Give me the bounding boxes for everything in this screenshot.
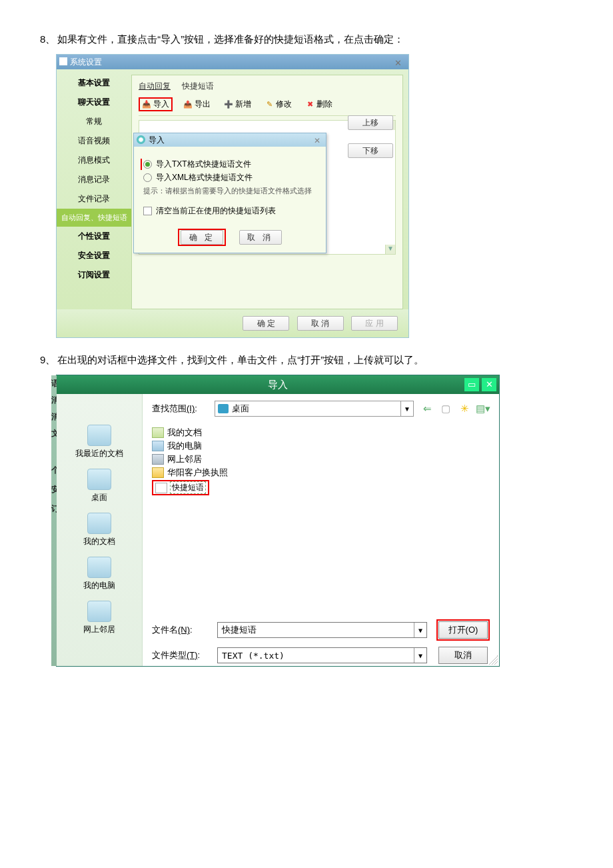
step8-number: 8、 [40, 33, 55, 46]
edit-icon: ✎ [265, 100, 274, 109]
sidebar-item-subscribe[interactable]: 订阅设置 [57, 265, 131, 285]
settings-sidebar: 基本设置 聊天设置 常规 语音视频 消息模式 消息记录 文件记录 自动回复、快捷… [57, 69, 131, 309]
sidebar-item-personality[interactable]: 个性设置 [57, 227, 131, 246]
tab-auto-reply[interactable]: 自动回复 [139, 81, 171, 91]
filetype-combo[interactable]: TEXT (*.txt) ▼ [217, 647, 427, 663]
list-item[interactable]: 我的电脑 [152, 439, 490, 453]
delete-button[interactable]: ✖ 删除 [303, 97, 335, 111]
sidebar-item-basic[interactable]: 基本设置 [57, 73, 131, 93]
settings-title: 系统设置 [70, 57, 102, 67]
place-recent[interactable]: 我最近的文档 [57, 425, 142, 459]
settings-content: 自动回复 快捷短语 📥 导入 📤 导出 ➕ 新增 [131, 75, 403, 309]
up-icon[interactable]: ▢ [439, 403, 452, 415]
sidebar-item-chat[interactable]: 聊天设置 [57, 93, 131, 112]
import-icon: 📥 [142, 100, 151, 109]
step9-text: 在出现的对话框中选择文件，找到文件，单击文件，点“打开”按钮，上传就可以了。 [57, 354, 424, 365]
computer-icon [152, 441, 164, 451]
import-button[interactable]: 📥 导入 [139, 97, 173, 111]
edit-button[interactable]: ✎ 修改 [262, 97, 295, 111]
close-icon[interactable]: ✕ [390, 56, 406, 71]
step8-text: 如果有文件，直接点击“导入”按钮，选择准备好的快捷短语格式，在点击确定： [57, 33, 404, 45]
sidebar-item-security[interactable]: 安全设置 [57, 246, 131, 265]
radio-icon [143, 160, 152, 169]
cancel-button[interactable]: 取消 [438, 647, 488, 664]
dropdown-icon[interactable]: ▼ [414, 623, 426, 637]
list-item[interactable]: 我的文档 [152, 426, 490, 439]
back-icon[interactable]: ⇐ [420, 403, 434, 415]
computer-icon [87, 557, 111, 578]
sidebar-item-voice-video[interactable]: 语音视频 [57, 131, 131, 151]
delete-icon: ✖ [305, 100, 314, 109]
move-down-button[interactable]: 下移 [348, 143, 393, 158]
ok-button[interactable]: 确 定 [243, 316, 289, 331]
network-icon [87, 601, 111, 622]
list-item[interactable]: 网上邻居 [152, 453, 490, 466]
file-list[interactable]: 我的文档 我的电脑 网上邻居 华阳客户换执照 [152, 423, 490, 615]
filename-input[interactable]: 快捷短语 ▼ [217, 622, 427, 638]
import-dialog-title: 导入 [149, 135, 165, 145]
radio-import-txt[interactable]: 导入TXT格式快捷短语文件 [141, 159, 316, 170]
export-button[interactable]: 📤 导出 [181, 97, 213, 111]
list-item-selected[interactable]: 快捷短语 [152, 479, 490, 496]
filename-label: 文件名(N): [152, 624, 208, 636]
place-network[interactable]: 网上邻居 [57, 601, 142, 635]
look-in-label: 查找范围(I): [152, 403, 208, 415]
add-button[interactable]: ➕ 新增 [221, 97, 254, 111]
background-sliver: 语消消文 个 安 订 [51, 375, 57, 666]
import-hint: 提示：请根据当前需要导入的快捷短语文件格式选择 [143, 186, 316, 196]
list-item[interactable]: 华阳客户换执照 [152, 466, 490, 479]
desktop-icon [218, 404, 229, 413]
minimize-icon[interactable]: ▭ [464, 378, 479, 391]
desktop-icon [87, 469, 111, 490]
import-dialog-titlebar: 导入 ✕ [134, 133, 326, 147]
export-icon: 📤 [183, 100, 193, 109]
radio-import-xml[interactable]: 导入XML格式快捷短语文件 [143, 172, 316, 183]
scroll-down-icon[interactable]: ▼ [385, 245, 395, 254]
add-icon: ➕ [224, 100, 233, 109]
move-up-button[interactable]: 上移 [348, 115, 393, 130]
cancel-button[interactable]: 取 消 [239, 230, 282, 245]
file-dialog-titlebar: 导入 ▭ ✕ [57, 375, 499, 394]
place-mydocs[interactable]: 我的文档 [57, 513, 142, 547]
folder-icon [152, 427, 164, 438]
view-menu-icon[interactable]: ▤▾ [476, 403, 490, 415]
sidebar-item-autoreply-phrase[interactable]: 自动回复、快捷短语 [57, 209, 131, 227]
file-dialog-title: 导入 [268, 379, 288, 390]
sidebar-item-msg-history[interactable]: 消息记录 [57, 170, 131, 189]
apply-button[interactable]: 应 用 [351, 316, 398, 331]
text-file-icon [155, 483, 167, 493]
settings-titlebar: 系统设置 ✕ [57, 55, 408, 69]
tab-quick-phrase[interactable]: 快捷短语 [182, 81, 214, 91]
places-bar: 我最近的文档 桌面 我的文档 我的电脑 网上邻居 [57, 394, 143, 666]
resize-grip-icon[interactable] [488, 655, 498, 665]
filetype-label: 文件类型(T): [152, 649, 208, 661]
settings-window: 系统设置 ✕ 基本设置 聊天设置 常规 语音视频 消息模式 消息记录 文件记录 … [56, 54, 409, 338]
import-dialog: 导入 ✕ 导入TXT格式快捷短语文件 导入XML格式快捷短语文件 提示：请根据当… [133, 133, 326, 253]
cd-icon [137, 135, 145, 144]
ok-button[interactable]: 确 定 [181, 230, 223, 245]
open-button[interactable]: 打开(O) [438, 621, 488, 639]
file-dialog: 语消消文 个 安 订 导入 ▭ ✕ 我最近的文档 桌面 我 [56, 375, 500, 667]
network-icon [152, 454, 164, 465]
app-icon [59, 57, 67, 65]
folder-icon [152, 467, 164, 478]
dropdown-icon[interactable]: ▼ [414, 648, 426, 663]
checkbox-icon [143, 207, 152, 215]
look-in-combo[interactable]: 桌面 ▼ [215, 401, 414, 417]
place-mycomputer[interactable]: 我的电脑 [57, 557, 142, 591]
place-desktop[interactable]: 桌面 [57, 469, 142, 503]
close-icon[interactable]: ✕ [482, 378, 496, 391]
new-folder-icon[interactable]: ✳ [458, 403, 471, 415]
close-icon[interactable]: ✕ [311, 134, 323, 147]
radio-icon [143, 173, 152, 182]
sidebar-item-file-history[interactable]: 文件记录 [57, 189, 131, 209]
folder-icon [87, 513, 111, 534]
cancel-button[interactable]: 取 消 [297, 316, 344, 331]
step9-number: 9、 [40, 354, 55, 367]
checkbox-clear-list[interactable]: 清空当前正在使用的快捷短语列表 [143, 205, 316, 217]
recent-icon [87, 425, 111, 446]
sidebar-item-general[interactable]: 常规 [57, 112, 131, 131]
dropdown-icon[interactable]: ▼ [400, 401, 413, 416]
sidebar-item-msg-mode[interactable]: 消息模式 [57, 151, 131, 170]
